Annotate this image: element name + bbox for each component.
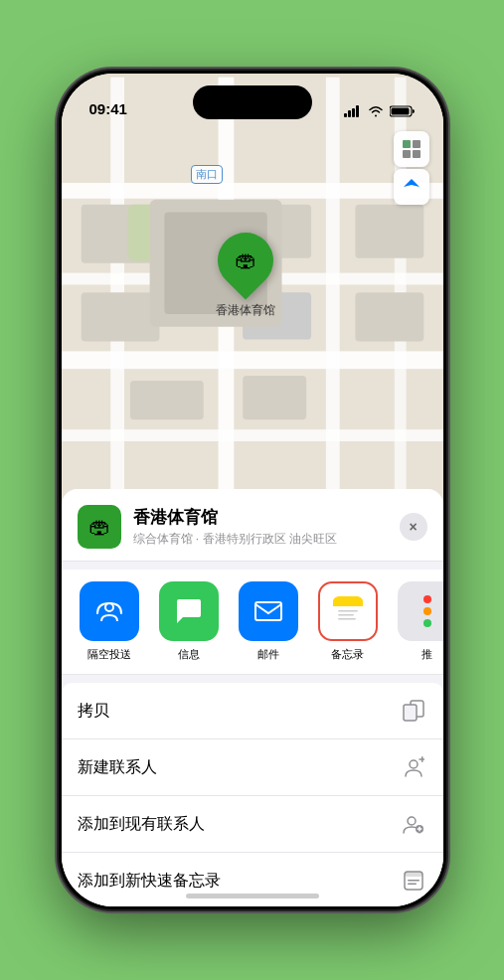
messages-label: 信息 <box>178 647 200 662</box>
add-notes-icon <box>400 867 427 895</box>
map-style-button[interactable] <box>394 131 429 167</box>
notes-icon <box>331 594 365 628</box>
dynamic-island <box>193 85 312 119</box>
svg-rect-2 <box>352 108 355 117</box>
svg-rect-39 <box>338 614 354 616</box>
messages-icon <box>173 595 205 627</box>
venue-card-header: 🏟 香港体育馆 综合体育馆 · 香港特别行政区 油尖旺区 × <box>62 489 443 562</box>
marker-icon: 🏟 <box>235 247 256 273</box>
svg-point-43 <box>410 760 418 768</box>
svg-rect-31 <box>255 602 281 620</box>
messages-icon-box <box>159 581 219 641</box>
svg-rect-42 <box>404 705 417 721</box>
action-add-existing-label: 添加到现有联系人 <box>78 814 205 835</box>
svg-point-30 <box>105 603 113 611</box>
map-controls[interactable] <box>394 131 429 205</box>
notes-icon-box <box>318 581 378 641</box>
svg-point-46 <box>408 817 416 825</box>
action-copy[interactable]: 拷贝 <box>62 683 443 739</box>
svg-rect-22 <box>355 292 423 341</box>
close-icon: × <box>409 519 417 535</box>
copy-icon <box>400 697 427 725</box>
svg-rect-38 <box>338 610 358 612</box>
location-button[interactable] <box>394 169 429 205</box>
svg-rect-52 <box>408 880 420 882</box>
action-list: 拷贝 新建联系人 <box>62 683 443 906</box>
venue-icon: 🏟 <box>78 505 121 549</box>
marker-label: 香港体育馆 <box>216 302 275 319</box>
airdrop-icon-box <box>80 581 139 641</box>
svg-rect-28 <box>403 150 411 158</box>
new-contact-icon <box>400 753 427 781</box>
location-arrow-icon <box>402 177 421 197</box>
svg-rect-27 <box>413 140 420 148</box>
airdrop-icon <box>93 595 125 627</box>
share-row: 隔空投送 信息 <box>62 570 443 675</box>
venue-info: 香港体育馆 综合体育馆 · 香港特别行政区 油尖旺区 <box>133 506 388 548</box>
svg-rect-19 <box>129 381 203 419</box>
battery-icon <box>390 105 416 117</box>
svg-rect-5 <box>391 108 409 115</box>
svg-rect-13 <box>325 78 339 548</box>
venue-marker: 🏟 香港体育馆 <box>216 233 275 319</box>
map-style-icon <box>402 139 421 159</box>
dot-green <box>423 619 431 627</box>
venue-description: 综合体育馆 · 香港特别行政区 油尖旺区 <box>133 531 388 548</box>
wifi-icon <box>368 105 384 117</box>
svg-rect-29 <box>413 150 420 158</box>
more-label: 推 <box>421 647 432 662</box>
dot-red <box>423 595 431 603</box>
more-icon-box <box>398 581 443 641</box>
svg-rect-45 <box>419 758 424 760</box>
close-button[interactable]: × <box>400 513 427 541</box>
action-new-contact[interactable]: 新建联系人 <box>62 739 443 796</box>
svg-rect-0 <box>344 113 347 117</box>
svg-rect-49 <box>417 828 421 830</box>
map-label-text: 南口 <box>196 168 218 180</box>
action-add-existing[interactable]: 添加到现有联系人 <box>62 796 443 853</box>
home-indicator <box>186 894 319 898</box>
svg-rect-26 <box>403 140 411 148</box>
svg-rect-40 <box>338 618 356 620</box>
signal-icon <box>344 105 362 117</box>
share-item-messages[interactable]: 信息 <box>157 581 221 662</box>
action-copy-label: 拷贝 <box>78 701 109 722</box>
share-item-more[interactable]: 推 <box>396 581 443 662</box>
phone-frame: 09:41 <box>59 71 446 909</box>
share-item-notes[interactable]: 备忘录 <box>316 581 380 662</box>
svg-rect-1 <box>348 110 351 117</box>
map-nankou-label: 南口 <box>191 165 223 184</box>
more-dots-container <box>423 595 431 627</box>
status-time: 09:41 <box>89 100 127 117</box>
phone-screen: 09:41 <box>62 74 443 906</box>
svg-rect-16 <box>81 292 159 341</box>
svg-rect-53 <box>408 884 417 886</box>
mail-icon-box <box>239 581 298 641</box>
marker-pin: 🏟 <box>206 221 284 299</box>
venue-name: 香港体育馆 <box>133 506 388 529</box>
svg-rect-3 <box>356 105 359 117</box>
airdrop-label: 隔空投送 <box>87 647 131 662</box>
svg-rect-37 <box>333 623 363 626</box>
add-existing-icon <box>400 810 427 838</box>
notes-label: 备忘录 <box>331 647 364 662</box>
share-item-airdrop[interactable]: 隔空投送 <box>78 581 141 662</box>
svg-rect-21 <box>355 205 423 258</box>
dot-orange <box>423 607 431 615</box>
action-new-contact-label: 新建联系人 <box>78 757 157 778</box>
mail-icon <box>252 595 284 627</box>
share-item-mail[interactable]: 邮件 <box>237 581 300 662</box>
svg-rect-51 <box>405 872 422 877</box>
action-add-notes-label: 添加到新快速备忘录 <box>78 871 221 892</box>
bottom-sheet: 🏟 香港体育馆 综合体育馆 · 香港特别行政区 油尖旺区 × <box>62 489 443 906</box>
mail-label: 邮件 <box>257 647 279 662</box>
status-icons <box>344 105 416 117</box>
map-area: 南口 <box>62 74 443 551</box>
svg-rect-20 <box>243 376 306 419</box>
